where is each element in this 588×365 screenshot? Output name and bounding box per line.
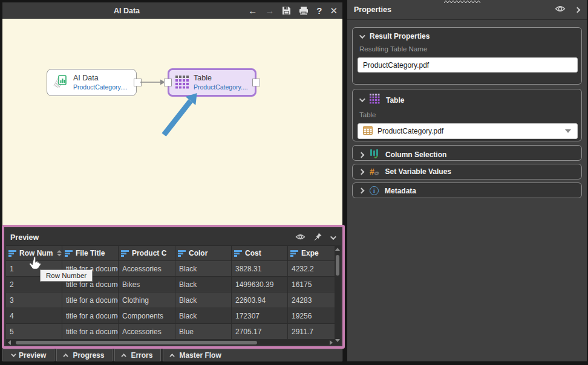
column-header-product[interactable]: Product C: [119, 245, 175, 261]
cell: title for a docume: [62, 308, 119, 324]
preview-panel-header: Preview: [6, 230, 341, 245]
ai-data-document-icon: [53, 73, 69, 92]
cell: Bikes: [119, 277, 175, 292]
tab-master-flow[interactable]: Master Flow: [163, 349, 342, 361]
column-label: Product C: [132, 249, 166, 257]
sort-bars-icon: [290, 250, 298, 257]
cell: 24283: [288, 292, 335, 308]
collapse-chevron-icon[interactable]: [330, 234, 336, 240]
table-icon: [363, 126, 373, 137]
table-grid-icon: [370, 94, 380, 106]
sort-bars-icon: [121, 250, 129, 257]
section-title: Table: [386, 96, 404, 105]
column-header-file-title[interactable]: File Title: [62, 245, 119, 261]
flow-canvas: AI Data ProductCategory....: [2, 19, 342, 227]
section-set-variable-values[interactable]: #@ Set Variable Values: [352, 164, 582, 179]
section-header[interactable]: Result Properties: [353, 28, 581, 40]
table-row[interactable]: 4 title for a docume Components Black 17…: [6, 308, 335, 324]
hand-cursor-icon: [29, 256, 42, 274]
close-icon[interactable]: ✕: [330, 6, 338, 15]
info-icon: i: [370, 186, 379, 195]
help-icon[interactable]: ?: [316, 6, 322, 15]
tab-preview[interactable]: Preview: [2, 349, 54, 361]
column-selection-icon: [370, 149, 379, 161]
vertical-scrollbar[interactable]: [335, 245, 341, 345]
node-subtitle: ProductCategory....: [73, 83, 128, 91]
cell: 3828.31: [232, 261, 288, 277]
cell: 3: [6, 292, 62, 308]
save-icon[interactable]: [282, 6, 291, 15]
section-title: Set Variable Values: [385, 167, 451, 176]
scroll-right-icon[interactable]: [330, 340, 333, 345]
tab-progress[interactable]: Progress: [56, 349, 113, 361]
cell: Black: [175, 292, 232, 308]
cell: 2911.7: [288, 324, 335, 340]
cell: Black: [175, 277, 232, 292]
dropdown-value: ProductCategory.pdf: [377, 127, 443, 135]
sort-arrows-icon[interactable]: [57, 250, 62, 256]
column-header-cost[interactable]: Cost: [232, 245, 288, 261]
chevron-up-icon: [122, 354, 126, 358]
column-label: File Title: [76, 249, 105, 257]
print-icon[interactable]: [299, 6, 309, 15]
tab-label: Progress: [73, 351, 104, 360]
resulting-table-name-input[interactable]: [358, 57, 578, 73]
highlight-box: Preview Row N: [2, 225, 345, 349]
column-label: Color: [189, 249, 207, 257]
chevron-right-icon: [359, 169, 365, 175]
cell: 2705.17: [232, 324, 288, 340]
section-metadata[interactable]: i Metadata: [352, 182, 582, 198]
back-icon[interactable]: ←: [248, 6, 257, 15]
cell: Blue: [175, 324, 232, 340]
tooltip: Row Number: [40, 270, 93, 282]
cell: Black: [175, 261, 232, 277]
scroll-up-icon[interactable]: [335, 248, 340, 251]
table-row[interactable]: 3 title for a docume Clothing Black 2260…: [6, 292, 335, 308]
preview-table: Row Num File Title Product C: [6, 245, 341, 345]
scrollbar-thumb[interactable]: [16, 341, 257, 344]
section-title: Result Properties: [370, 32, 430, 40]
section-result-properties: Result Properties Resulting Table Name: [352, 27, 582, 85]
variable-hash-icon: #@: [370, 167, 379, 176]
sort-bars-icon: [65, 250, 73, 257]
cell: 1499630.39: [232, 277, 288, 292]
chevron-down-icon: [359, 33, 365, 39]
horizontal-scrollbar[interactable]: [6, 340, 335, 345]
column-header-color[interactable]: Color: [175, 245, 232, 261]
eye-icon[interactable]: [555, 4, 566, 15]
table-header-row: Row Num File Title Product C: [6, 245, 335, 261]
collapse-panel-chevron-icon[interactable]: [575, 7, 581, 13]
tab-label: Master Flow: [179, 351, 221, 360]
scroll-left-icon[interactable]: [8, 340, 11, 345]
input-port[interactable]: [164, 79, 172, 86]
scrollbar-thumb[interactable]: [336, 255, 339, 276]
section-table: Table Table ProductCategory.pdf: [352, 89, 582, 141]
properties-panel: Properties Result Properties Resulting T…: [347, 0, 587, 361]
properties-title: Properties: [354, 5, 391, 14]
cell: 19256: [288, 308, 335, 324]
preview-title: Preview: [10, 233, 39, 242]
scroll-down-icon[interactable]: [335, 339, 340, 342]
tab-errors[interactable]: Errors: [114, 349, 161, 361]
dialog-title-bar: AI Data ← → ? ✕: [2, 2, 342, 19]
cell: Accessories: [119, 324, 175, 340]
eye-icon[interactable]: [295, 232, 305, 243]
cell: Components: [119, 308, 175, 324]
node-ai-data[interactable]: AI Data ProductCategory....: [47, 69, 137, 96]
output-port[interactable]: [252, 79, 260, 86]
cell: Clothing: [119, 292, 175, 308]
section-column-selection[interactable]: Column Selection: [352, 145, 582, 161]
pin-icon[interactable]: [314, 232, 322, 243]
table-row[interactable]: 5 title for a docume Accessories Blue 27…: [6, 324, 335, 340]
section-header[interactable]: Table: [353, 89, 581, 106]
tab-label: Preview: [19, 351, 46, 360]
column-header-expense[interactable]: Expe: [288, 245, 335, 261]
cell: title for a docume: [62, 292, 119, 308]
column-label: Expe: [301, 249, 319, 257]
cell: 16175: [288, 277, 335, 292]
chevron-right-icon: [359, 152, 365, 158]
sort-bars-icon: [234, 250, 242, 257]
chevron-right-icon: [359, 188, 365, 194]
cell: Black: [175, 308, 232, 324]
table-dropdown[interactable]: ProductCategory.pdf: [358, 123, 578, 139]
